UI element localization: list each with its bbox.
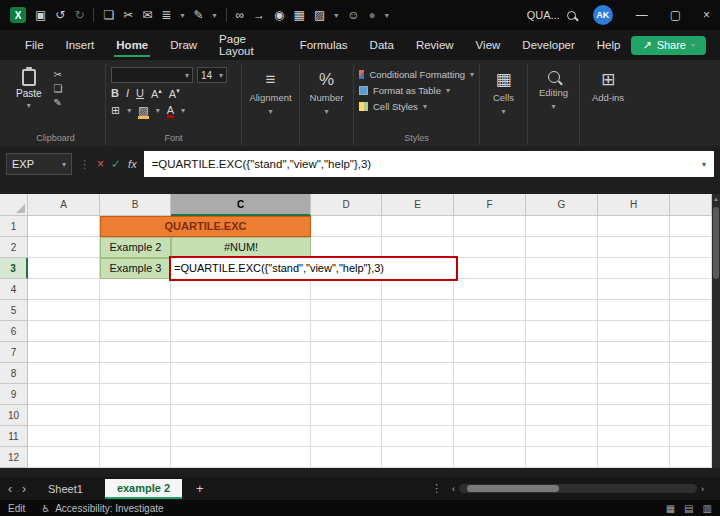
cell-F12[interactable] <box>454 447 526 468</box>
arrow-icon[interactable]: → <box>253 9 265 21</box>
cell-D2[interactable] <box>311 237 382 258</box>
cell-F10[interactable] <box>454 405 526 426</box>
copy-icon[interactable]: ❏ <box>103 9 114 21</box>
cell-A4[interactable] <box>28 279 100 300</box>
cell-G1[interactable] <box>526 216 598 237</box>
cell-A10[interactable] <box>28 405 100 426</box>
search-icon[interactable] <box>567 11 576 20</box>
sheet-nav-right-icon[interactable]: › <box>22 482 26 496</box>
font-color-button[interactable]: A <box>167 104 174 116</box>
mail-icon[interactable]: ✉ <box>142 9 152 21</box>
scroll-up-icon[interactable]: ▴ <box>712 195 720 203</box>
cell-G12[interactable] <box>526 447 598 468</box>
font-name-select[interactable]: ▾ <box>111 67 193 83</box>
cell-E12[interactable] <box>382 447 454 468</box>
row-header-9[interactable]: 9 <box>0 384 28 405</box>
cut-icon[interactable]: ✂ <box>123 9 133 21</box>
tab-data[interactable]: Data <box>359 32 405 58</box>
page-break-view-icon[interactable]: ▥ <box>703 503 712 514</box>
tab-developer[interactable]: Developer <box>511 32 585 58</box>
cell-E4[interactable] <box>382 279 454 300</box>
paste-button[interactable]: Paste ▾ <box>11 66 47 131</box>
borders-button[interactable]: ⊞ <box>111 104 120 117</box>
horizontal-scrollbar-track[interactable] <box>459 484 697 493</box>
cell-G2[interactable] <box>526 237 598 258</box>
underline-button[interactable]: U <box>136 87 144 99</box>
cell-x8[interactable] <box>670 363 712 384</box>
cell-C4[interactable] <box>171 279 311 300</box>
row-header-12[interactable]: 12 <box>0 447 28 468</box>
cell-x10[interactable] <box>670 405 712 426</box>
cell-F5[interactable] <box>454 300 526 321</box>
tab-page-layout[interactable]: Page Layout <box>208 26 289 64</box>
column-header-H[interactable]: H <box>598 194 670 216</box>
cell-H4[interactable] <box>598 279 670 300</box>
sheet-tab-example2[interactable]: example 2 <box>105 479 182 499</box>
cell-H8[interactable] <box>598 363 670 384</box>
row-header-4[interactable]: 4 <box>0 279 28 300</box>
cell-b2[interactable]: Example 2 <box>100 237 171 258</box>
addins-group-button[interactable]: ⊞ Add-ins <box>580 63 636 145</box>
tab-insert[interactable]: Insert <box>55 32 106 58</box>
column-header-C[interactable]: C <box>171 194 311 216</box>
cell-b3[interactable]: Example 3 <box>100 258 171 279</box>
cell-E8[interactable] <box>382 363 454 384</box>
column-header-A[interactable]: A <box>28 194 100 216</box>
cell-H5[interactable] <box>598 300 670 321</box>
cell-C10[interactable] <box>171 405 311 426</box>
cell-C9[interactable] <box>171 384 311 405</box>
cell-x4[interactable] <box>670 279 712 300</box>
cell-x1[interactable] <box>670 216 712 237</box>
cell-E6[interactable] <box>382 321 454 342</box>
column-header-D[interactable]: D <box>311 194 382 216</box>
sheet-nav-left-icon[interactable]: ‹ <box>8 482 12 496</box>
person-icon[interactable]: ☺ <box>347 9 359 21</box>
cell-styles-button[interactable]: Cell Styles ▾ <box>359 101 474 112</box>
cell-E9[interactable] <box>382 384 454 405</box>
cell-B6[interactable] <box>100 321 171 342</box>
redo-icon[interactable]: ↻ <box>74 9 84 21</box>
tab-view[interactable]: View <box>465 32 512 58</box>
accessibility-status[interactable]: ♿ Accessibility: Investigate <box>41 503 163 514</box>
cell-c3-formula[interactable]: =QUARTILE.EXC({"stand","view","help"},3) <box>171 258 454 279</box>
chevron-down-icon[interactable]: ▾ <box>385 11 389 20</box>
cell-H12[interactable] <box>598 447 670 468</box>
row-header-6[interactable]: 6 <box>0 321 28 342</box>
camera-icon[interactable]: ◉ <box>274 9 284 21</box>
cell-D4[interactable] <box>311 279 382 300</box>
row-header-3[interactable]: 3 <box>0 258 28 279</box>
cell-D7[interactable] <box>311 342 382 363</box>
tab-draw[interactable]: Draw <box>159 32 208 58</box>
cell-c2[interactable]: #NUM! <box>171 237 311 258</box>
cell-x3[interactable] <box>670 258 712 279</box>
font-size-select[interactable]: 14 ▾ <box>197 67 227 83</box>
cell-H2[interactable] <box>598 237 670 258</box>
cell-x5[interactable] <box>670 300 712 321</box>
scroll-right-icon[interactable]: › <box>701 484 704 494</box>
cell-G8[interactable] <box>526 363 598 384</box>
cell-B7[interactable] <box>100 342 171 363</box>
cell-B4[interactable] <box>100 279 171 300</box>
cell-A3[interactable] <box>28 258 100 279</box>
cell-G9[interactable] <box>526 384 598 405</box>
more-options-icon[interactable]: ⋮ <box>431 482 442 495</box>
record-circle-icon[interactable]: ● <box>369 9 376 21</box>
chevron-down-icon[interactable]: ▾ <box>334 11 338 20</box>
cell-A8[interactable] <box>28 363 100 384</box>
cell-H9[interactable] <box>598 384 670 405</box>
bold-button[interactable]: B <box>111 87 119 99</box>
name-box[interactable]: EXP ▾ <box>6 153 72 175</box>
cell-F7[interactable] <box>454 342 526 363</box>
cell-G5[interactable] <box>526 300 598 321</box>
chevron-down-icon[interactable]: ▾ <box>156 106 160 115</box>
column-header-F[interactable]: F <box>454 194 526 216</box>
decrease-font-button[interactable]: A▾ <box>169 87 180 100</box>
cell-D1[interactable] <box>311 216 382 237</box>
cell-D8[interactable] <box>311 363 382 384</box>
chevron-down-icon[interactable]: ▾ <box>213 11 217 20</box>
add-sheet-button[interactable]: + <box>192 481 208 496</box>
table-icon[interactable]: ▦ <box>294 9 305 21</box>
cell-A11[interactable] <box>28 426 100 447</box>
cell-H11[interactable] <box>598 426 670 447</box>
chevron-down-icon[interactable]: ▾ <box>181 106 185 115</box>
